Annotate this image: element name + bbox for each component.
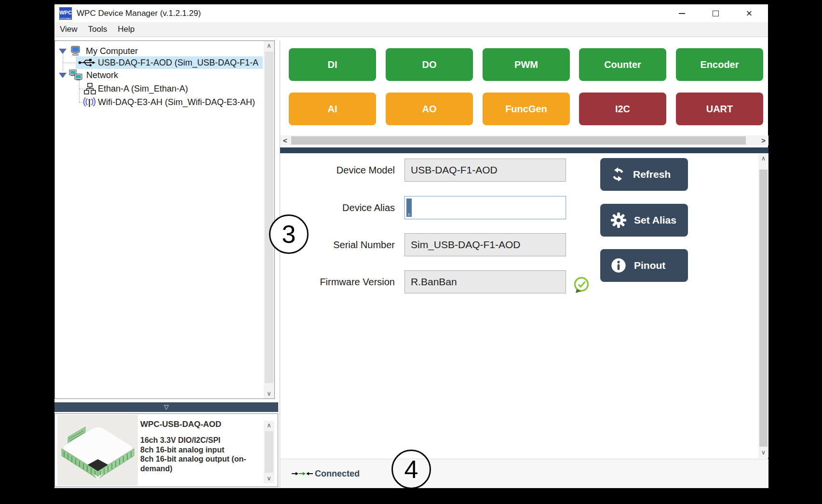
uart-button[interactable]: UART	[676, 93, 763, 125]
scroll-left-icon[interactable]: <	[280, 135, 290, 146]
scroll-up-icon[interactable]: ∧	[264, 421, 274, 430]
pinout-button[interactable]: Pinout	[600, 249, 688, 282]
maximize-button[interactable]	[704, 4, 727, 22]
tree-item-label: USB-DAQ-F1-AOD (Sim_USB-DAQ-F1-A	[98, 56, 258, 69]
tree-item-label: Wifi-DAQ-E3-AH (Sim_Wifi-DAQ-E3-AH)	[98, 96, 255, 108]
spec-line: 8ch 16-bit analog output (on-demand)	[140, 454, 269, 473]
device-photo	[57, 415, 138, 486]
tree-item-label: My Computer	[86, 45, 138, 57]
funcgen-button[interactable]: FuncGen	[483, 93, 570, 125]
annotation-circle-4: 4	[391, 450, 431, 489]
title-bar: WPC SYSTEMS WPC Device Manager (v.1.2.1.…	[54, 4, 768, 22]
firmware-ok-check-icon	[572, 276, 591, 295]
screenshot-background: WPC SYSTEMS WPC Device Manager (v.1.2.1.…	[0, 0, 822, 504]
device-info-scrollbar-thumb[interactable]	[265, 431, 273, 473]
device-info-specs: 16ch 3.3V DIO/I2C/SPI 8ch 16-bit analog …	[140, 436, 269, 473]
scroll-down-icon[interactable]: ∨	[264, 389, 274, 398]
section-divider	[280, 147, 768, 153]
serial-number-field[interactable]	[404, 233, 566, 256]
tree-item-wifi[interactable]: Wifi-DAQ-E3-AH (Sim_Wifi-DAQ-E3-AH)	[55, 96, 263, 108]
scroll-up-icon[interactable]: ∧	[264, 41, 274, 51]
gear-icon	[610, 212, 627, 228]
horizontal-scrollbar[interactable]: < >	[280, 135, 768, 146]
status-bar: Connected	[280, 459, 768, 488]
window-title: WPC Device Manager (v.1.2.1.29)	[77, 4, 201, 22]
tree-scrollbar-thumb[interactable]	[265, 52, 273, 383]
ai-button[interactable]: AI	[289, 93, 376, 125]
refresh-label: Refresh	[633, 169, 671, 180]
spec-line: 16ch 3.3V DIO/I2C/SPI	[140, 436, 269, 445]
device-info-scrollbar[interactable]: ∧ ∨	[264, 421, 274, 483]
vertical-scrollbar-thumb[interactable]	[759, 170, 768, 447]
info-icon	[610, 257, 627, 274]
pwm-button[interactable]: PWM	[483, 48, 570, 81]
annotation-circle-3: 3	[269, 214, 309, 254]
firmware-version-row: Firmware Version	[280, 270, 598, 294]
set-alias-label: Set Alias	[634, 214, 676, 226]
device-tree-panel: My Computer USB-DAQ-F1-AOD (Sim_USB-DAQ-…	[54, 40, 275, 399]
spec-line: 8ch 16-bit analog input	[140, 445, 269, 455]
firmware-version-label: Firmware Version	[290, 270, 395, 293]
ao-button[interactable]: AO	[386, 93, 473, 125]
tree-item-label: Ethan-A (Sim_Ethan-A)	[98, 82, 188, 95]
scroll-down-icon[interactable]: ∨	[264, 474, 274, 483]
tree-item-label: Network	[86, 69, 118, 81]
tree-item-my-computer[interactable]: My Computer	[55, 45, 263, 57]
scroll-right-icon[interactable]: >	[758, 135, 768, 146]
tree-item-usb-daq[interactable]: USB-DAQ-F1-AOD (Sim_USB-DAQ-F1-A	[55, 56, 263, 69]
vertical-scrollbar[interactable]: ∧ ∨	[758, 153, 768, 458]
app-window: WPC SYSTEMS WPC Device Manager (v.1.2.1.…	[54, 4, 768, 488]
text-cursor: n	[406, 199, 412, 217]
close-button[interactable]: ×	[738, 4, 760, 22]
device-info-panel: WPC-USB-DAQ-AOD 16ch 3.3V DIO/I2C/SPI 8c…	[54, 413, 278, 487]
usb-icon	[78, 58, 96, 67]
minimize-icon	[679, 13, 685, 14]
device-alias-input[interactable]	[404, 196, 566, 219]
scroll-down-icon[interactable]: ∨	[758, 447, 768, 458]
app-logo-icon: WPC SYSTEMS	[59, 7, 72, 20]
counter-button[interactable]: Counter	[579, 48, 666, 81]
computer-icon	[70, 46, 81, 56]
menu-help[interactable]: Help	[112, 22, 140, 37]
scroll-up-icon[interactable]: ∧	[758, 153, 768, 164]
splitter-collapse-icon[interactable]: ▽	[164, 403, 169, 411]
panel-splitter[interactable]: ▽	[54, 402, 278, 412]
device-alias-row: Device Alias n	[280, 196, 598, 220]
firmware-version-field[interactable]	[404, 270, 566, 293]
do-button[interactable]: DO	[386, 48, 473, 81]
menu-bar: View Tools Help	[54, 22, 768, 37]
close-icon: ×	[746, 4, 753, 22]
app-logo-subtext: SYSTEMS	[59, 18, 72, 20]
menu-view[interactable]: View	[54, 22, 83, 37]
expander-down-icon[interactable]	[59, 49, 67, 54]
ethernet-icon	[84, 83, 96, 94]
tree-item-network[interactable]: Network	[55, 69, 263, 81]
refresh-button[interactable]: Refresh	[600, 158, 688, 191]
maximize-icon	[713, 11, 719, 16]
tree-item-ethernet[interactable]: Ethan-A (Sim_Ethan-A)	[55, 82, 263, 95]
refresh-icon	[610, 167, 626, 182]
set-alias-button[interactable]: Set Alias	[600, 204, 688, 237]
expander-down-icon[interactable]	[59, 73, 67, 78]
i2c-button[interactable]: I2C	[579, 93, 666, 125]
device-alias-label: Device Alias	[290, 196, 395, 219]
connection-status-text: Connected	[315, 459, 360, 489]
connection-status-icon	[292, 470, 313, 477]
device-model-row: Device Model	[280, 159, 598, 183]
minimize-button[interactable]	[671, 4, 693, 22]
app-logo-text: WPC	[59, 10, 72, 15]
serial-number-row: Serial Number	[280, 233, 598, 257]
wifi-icon	[82, 97, 96, 107]
network-icon	[68, 69, 83, 81]
main-panel: DI DO PWM Counter Encoder AI AO FuncGen …	[280, 40, 768, 488]
encoder-button[interactable]: Encoder	[676, 48, 763, 81]
tree-scrollbar[interactable]: ∧ ∨	[264, 41, 274, 398]
pinout-label: Pinout	[634, 260, 665, 271]
di-button[interactable]: DI	[289, 48, 376, 81]
device-info-name: WPC-USB-DAQ-AOD	[140, 420, 221, 429]
horizontal-scrollbar-thumb[interactable]	[291, 136, 746, 145]
device-model-label: Device Model	[290, 159, 395, 182]
device-model-field[interactable]	[404, 159, 566, 182]
menu-tools[interactable]: Tools	[83, 22, 113, 37]
